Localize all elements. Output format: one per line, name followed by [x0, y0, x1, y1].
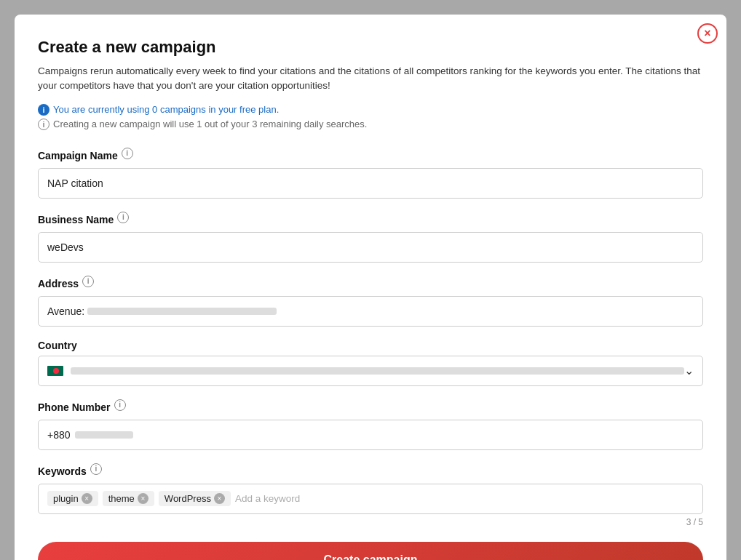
keywords-input-box[interactable]: plugin × theme × WordPress × Add a keywo…	[38, 484, 703, 514]
business-name-info-icon: i	[117, 212, 129, 223]
chevron-down-icon: ⌄	[684, 364, 694, 377]
campaign-name-input[interactable]	[38, 168, 703, 199]
form: Campaign Name i Business Name i Address …	[38, 148, 703, 527]
business-name-input[interactable]	[38, 232, 703, 263]
modal-title: Create a new campaign	[38, 38, 703, 57]
usage-info-text: You are currently using 0 campaigns in y…	[53, 104, 279, 115]
country-flag	[47, 366, 63, 376]
phone-number-group: Phone Number i +880	[38, 399, 703, 450]
phone-blurred	[75, 431, 133, 439]
country-group: Country ⌄	[38, 340, 703, 386]
keyword-tag-plugin-text: plugin	[53, 493, 79, 504]
modal-description: Campaigns rerun automatically every week…	[38, 64, 703, 94]
modal-container: × Create a new campaign Campaigns rerun …	[15, 15, 726, 560]
search-info-line: i Creating a new campaign will use 1 out…	[38, 119, 703, 130]
keyword-tag-theme: theme ×	[103, 491, 154, 506]
keyword-remove-theme[interactable]: ×	[138, 493, 148, 504]
keyword-remove-wordpress[interactable]: ×	[214, 493, 225, 504]
campaign-name-info-icon: i	[122, 148, 133, 159]
campaign-name-group: Campaign Name i	[38, 148, 703, 199]
phone-label: Phone Number i	[38, 399, 703, 415]
business-name-label: Business Name i	[38, 212, 703, 228]
country-select[interactable]: ⌄	[38, 356, 703, 386]
address-group: Address i Avenue:	[38, 276, 703, 327]
modal-overlay: × Create a new campaign Campaigns rerun …	[0, 0, 741, 560]
address-info-icon: i	[82, 276, 94, 287]
country-label: Country	[38, 340, 703, 351]
phone-info-icon: i	[114, 399, 126, 411]
address-input-wrapper[interactable]: Avenue:	[38, 296, 703, 327]
address-prefix: Avenue:	[47, 305, 84, 317]
search-info-text: Creating a new campaign will use 1 out o…	[53, 119, 367, 129]
keywords-info-icon: i	[90, 463, 102, 475]
business-name-group: Business Name i	[38, 212, 703, 263]
country-name-blurred	[71, 367, 684, 375]
usage-info-line: i You are currently using 0 campaigns in…	[38, 104, 703, 116]
info-filled-icon: i	[38, 104, 49, 116]
address-blurred	[87, 308, 277, 315]
address-label: Address i	[38, 276, 703, 292]
keyword-remove-plugin[interactable]: ×	[82, 493, 92, 504]
keyword-placeholder: Add a keyword	[235, 493, 300, 504]
keyword-tag-theme-text: theme	[108, 493, 135, 504]
create-campaign-button[interactable]: Create campaign	[38, 542, 703, 561]
keywords-label: Keywords i	[38, 463, 703, 479]
phone-input-wrapper[interactable]: +880	[38, 420, 703, 450]
keywords-group: Keywords i plugin × theme × WordPress ×	[38, 463, 703, 527]
keyword-tag-wordpress: WordPress ×	[159, 491, 231, 506]
phone-prefix: +880	[47, 429, 71, 441]
info-outline-icon: i	[38, 119, 49, 130]
keyword-count: 3 / 5	[38, 517, 703, 527]
keyword-tag-wordpress-text: WordPress	[165, 493, 211, 504]
campaign-name-label: Campaign Name i	[38, 148, 703, 164]
close-button[interactable]: ×	[697, 23, 718, 44]
keyword-tag-plugin: plugin ×	[47, 491, 98, 506]
